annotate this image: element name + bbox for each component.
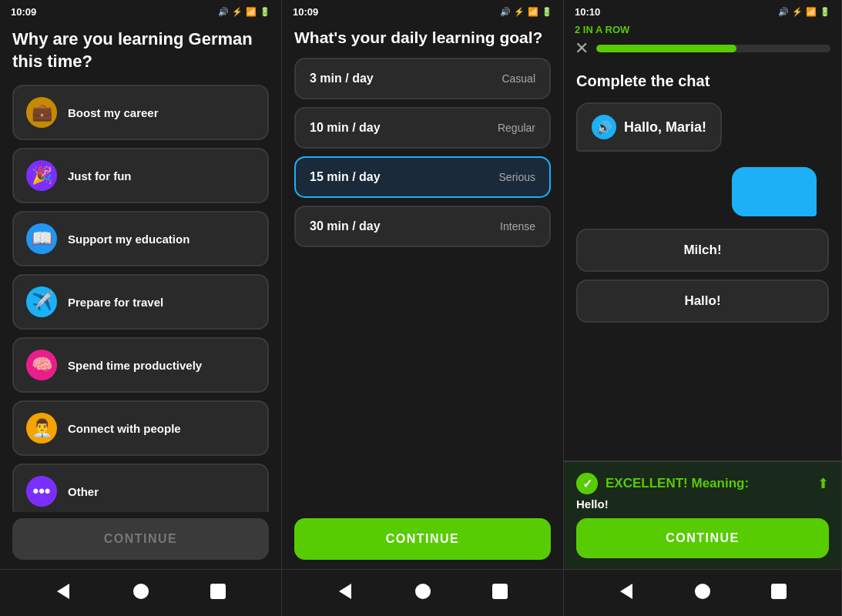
status-bar-3: 10:10 🔊 ⚡ 📶 🔋 bbox=[564, 0, 841, 21]
chat-bubble-left: 🔊 Hallo, Maria! bbox=[576, 102, 722, 152]
option-icon-productive: 🧠 bbox=[26, 350, 57, 380]
goal-label-10min: 10 min / day bbox=[310, 121, 381, 135]
panel-complete-chat: 10:10 🔊 ⚡ 📶 🔋 2 IN A ROW ✕ Complete the … bbox=[564, 0, 842, 616]
status-icons-1: 🔊 ⚡ 📶 🔋 bbox=[218, 7, 270, 17]
status-icons-2: 🔊 ⚡ 📶 🔋 bbox=[500, 7, 552, 17]
progress-bar bbox=[596, 45, 830, 52]
nav-bar-3 bbox=[564, 569, 841, 616]
nav-recent-2[interactable] bbox=[486, 578, 514, 605]
wifi-icon: 📶 bbox=[246, 7, 257, 17]
goal-sublabel-10min: Regular bbox=[498, 122, 535, 134]
nav-bar-1 bbox=[0, 569, 281, 616]
chat-area: 🔊 Hallo, Maria! bbox=[564, 102, 841, 152]
option-label-other: Other bbox=[68, 485, 99, 498]
panel-daily-goal: 10:09 🔊 ⚡ 📶 🔋 What's your daily learning… bbox=[282, 0, 564, 616]
nav-recent-1[interactable] bbox=[204, 578, 232, 605]
panel-why-learning: 10:09 🔊 ⚡ 📶 🔋 Why are you learning Germa… bbox=[0, 0, 282, 616]
nav-home-3[interactable] bbox=[689, 578, 716, 605]
nav-home-1[interactable] bbox=[127, 578, 155, 605]
page-title-1: Why are you learning German this time? bbox=[12, 28, 269, 72]
time-2: 10:09 bbox=[293, 6, 318, 18]
answer-hallo[interactable]: Hallo! bbox=[576, 280, 829, 323]
goal-sublabel-30min: Intense bbox=[500, 220, 535, 233]
chat-message: Hallo, Maria! bbox=[624, 119, 706, 136]
chat-bubble-right-blank bbox=[732, 167, 817, 216]
option-other[interactable]: ••• Other bbox=[12, 464, 269, 512]
goal-label-15min: 15 min / day bbox=[310, 170, 381, 184]
answer-milch[interactable]: Milch! bbox=[576, 229, 829, 272]
volume-icon-2: 🔊 bbox=[500, 7, 511, 17]
option-icon-fun: 🎉 bbox=[26, 160, 57, 191]
goal-sublabel-3min: Casual bbox=[502, 72, 535, 85]
nav-back-2[interactable] bbox=[331, 578, 359, 605]
signal-icon: 🔋 bbox=[260, 7, 270, 17]
option-connect[interactable]: 👨‍💼 Connect with people bbox=[12, 400, 269, 456]
option-label-connect: Connect with people bbox=[68, 422, 181, 435]
nav-recent-3[interactable] bbox=[765, 578, 793, 605]
goal-sublabel-15min: Serious bbox=[499, 171, 535, 183]
close-button[interactable]: ✕ bbox=[575, 38, 589, 59]
time-3: 10:10 bbox=[575, 6, 600, 18]
page-title-2: What's your daily learning goal? bbox=[282, 21, 563, 58]
share-icon[interactable]: ⬆ bbox=[817, 475, 829, 492]
continue-button-3[interactable]: CONTINUE bbox=[576, 518, 829, 558]
check-icon: ✓ bbox=[576, 473, 598, 494]
option-icon-education: 📖 bbox=[26, 223, 57, 254]
wifi-icon-3: 📶 bbox=[806, 7, 817, 17]
battery-icon-2: ⚡ bbox=[514, 7, 525, 17]
time-1: 10:09 bbox=[11, 6, 36, 18]
option-icon-other: ••• bbox=[26, 476, 57, 507]
status-icons-3: 🔊 ⚡ 📶 🔋 bbox=[778, 7, 830, 17]
option-label-fun: Just for fun bbox=[68, 169, 132, 182]
option-label-career: Boost my career bbox=[68, 106, 159, 119]
feedback-header: ✓ EXCELLENT! Meaning: ⬆ bbox=[576, 473, 829, 494]
status-bar-1: 10:09 🔊 ⚡ 📶 🔋 bbox=[0, 0, 281, 21]
volume-icon-3: 🔊 bbox=[778, 7, 789, 17]
speaker-icon[interactable]: 🔊 bbox=[592, 115, 616, 139]
nav-back-3[interactable] bbox=[612, 578, 640, 605]
goal-label-30min: 30 min / day bbox=[310, 219, 381, 233]
panel1-content: Why are you learning German this time? 💼… bbox=[0, 21, 281, 512]
option-career[interactable]: 💼 Boost my career bbox=[12, 85, 269, 140]
option-label-education: Support my education bbox=[68, 233, 190, 246]
streak-info: 2 IN A ROW bbox=[575, 24, 830, 35]
wifi-icon-2: 📶 bbox=[528, 7, 538, 17]
signal-icon-2: 🔋 bbox=[542, 7, 552, 17]
continue-button-1[interactable]: CONTINUE bbox=[12, 518, 269, 560]
option-fun[interactable]: 🎉 Just for fun bbox=[12, 148, 269, 203]
status-bar-2: 10:09 🔊 ⚡ 📶 🔋 bbox=[282, 0, 563, 21]
option-productive[interactable]: 🧠 Spend time productively bbox=[12, 337, 269, 393]
option-icon-career: 💼 bbox=[26, 97, 57, 128]
option-icon-travel: ✈️ bbox=[26, 286, 57, 317]
progress-bar-fill bbox=[596, 45, 736, 52]
feedback-area: ✓ EXCELLENT! Meaning: ⬆ Hello! CONTINUE bbox=[564, 460, 841, 569]
page-title-3: Complete the chat bbox=[564, 65, 841, 102]
battery-icon: ⚡ bbox=[232, 7, 243, 17]
nav-bar-2 bbox=[282, 569, 563, 616]
option-travel[interactable]: ✈️ Prepare for travel bbox=[12, 274, 269, 330]
battery-icon-3: ⚡ bbox=[792, 7, 803, 17]
continue-button-2[interactable]: CONTINUE bbox=[294, 518, 551, 560]
option-icon-connect: 👨‍💼 bbox=[26, 413, 57, 444]
nav-home-2[interactable] bbox=[409, 578, 437, 605]
feedback-translation: Hello! bbox=[576, 497, 829, 511]
option-label-productive: Spend time productively bbox=[68, 359, 202, 372]
feedback-title: EXCELLENT! Meaning: bbox=[606, 476, 749, 491]
nav-back-1[interactable] bbox=[49, 578, 77, 605]
option-label-travel: Prepare for travel bbox=[68, 296, 163, 309]
streak-text: 2 IN A ROW bbox=[575, 24, 629, 35]
goal-option-30min[interactable]: 30 min / day Intense bbox=[294, 206, 551, 247]
volume-icon: 🔊 bbox=[218, 7, 229, 17]
goal-option-10min[interactable]: 10 min / day Regular bbox=[294, 107, 551, 149]
progress-area: 2 IN A ROW ✕ bbox=[564, 21, 841, 65]
goal-option-3min[interactable]: 3 min / day Casual bbox=[294, 58, 551, 99]
signal-icon-3: 🔋 bbox=[820, 7, 830, 17]
goal-label-3min: 3 min / day bbox=[310, 72, 374, 85]
option-education[interactable]: 📖 Support my education bbox=[12, 211, 269, 266]
goal-option-15min[interactable]: 15 min / day Serious bbox=[294, 156, 551, 198]
